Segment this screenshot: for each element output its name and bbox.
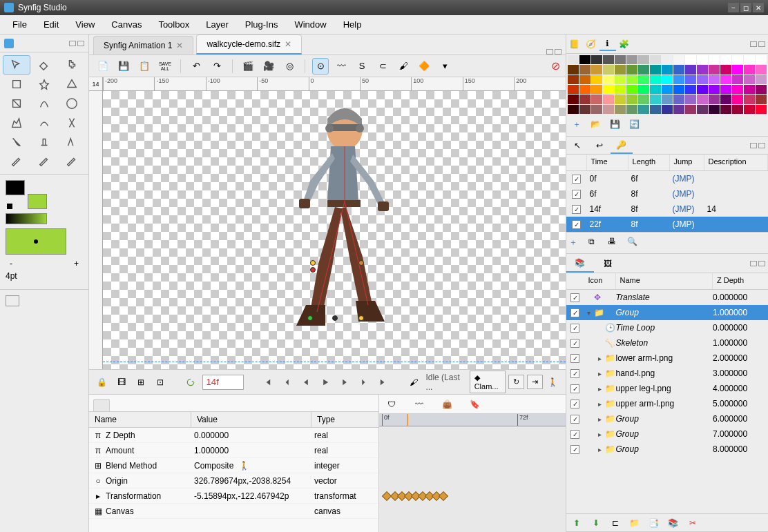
brush-increase[interactable]: + [74, 259, 79, 268]
prev-frame-button[interactable] [298, 374, 314, 391]
canvas-tool-bucket-icon[interactable]: 🖌 [395, 58, 412, 75]
color-swatch[interactable] [638, 65, 649, 74]
gradient-swatch[interactable] [6, 213, 47, 224]
kf-history-tab-icon[interactable]: ↩ [588, 137, 611, 154]
param-row[interactable]: ▦Canvascanvas [89, 504, 378, 519]
tool-lasso-icon[interactable] [3, 132, 30, 152]
tool-circle-icon[interactable] [58, 94, 86, 113]
color-swatch[interactable] [673, 75, 684, 84]
handle-yellow-icon[interactable] [310, 260, 316, 266]
tool-brush-icon[interactable] [3, 152, 30, 171]
color-swatch[interactable] [626, 85, 637, 94]
handle-green-icon[interactable] [307, 315, 313, 321]
color-swatch[interactable] [709, 75, 720, 84]
layer-row[interactable]: ▾📁Group1.000000 [566, 305, 768, 320]
seek-start-button[interactable] [260, 374, 275, 391]
tool-polygon-icon[interactable] [58, 75, 86, 94]
color-swatch[interactable] [650, 75, 661, 84]
color-swatch[interactable] [638, 105, 649, 114]
canvas-tool-normal-icon[interactable]: ⊙ [312, 58, 329, 75]
color-swatch[interactable] [591, 105, 602, 114]
keyframe-checkbox[interactable] [572, 220, 581, 229]
color-swatch[interactable] [615, 55, 626, 64]
color-swatch[interactable] [591, 75, 602, 84]
color-swatch[interactable] [603, 75, 614, 84]
tl-bag-icon[interactable]: 👜 [440, 397, 454, 411]
tl-curve-icon[interactable]: 〰 [412, 397, 426, 411]
menu-help[interactable]: Help [336, 17, 369, 32]
color-swatch[interactable] [744, 55, 755, 64]
color-swatch[interactable] [591, 95, 602, 104]
param-row[interactable]: ▸Transformation-5.15894px,-122.467942ptr… [89, 489, 378, 504]
color-swatch[interactable] [568, 85, 579, 94]
color-swatch[interactable] [650, 85, 661, 94]
color-swatch[interactable] [568, 75, 579, 84]
color-swatch[interactable] [697, 55, 708, 64]
color-swatch[interactable] [673, 95, 684, 104]
canvas-tool-render-icon[interactable]: 🎬 [240, 58, 256, 75]
keyframe-checkbox[interactable] [572, 175, 581, 184]
color-swatch[interactable] [615, 85, 626, 94]
color-swatch[interactable] [756, 95, 767, 104]
color-swatch[interactable] [673, 105, 684, 114]
menu-view[interactable]: View [68, 17, 102, 32]
color-swatch[interactable] [650, 105, 661, 114]
layer-visibility-checkbox[interactable] [570, 430, 579, 439]
tl-shield-icon[interactable]: 🛡 [385, 397, 399, 411]
color-swatch[interactable] [709, 105, 720, 114]
tool-options-tab[interactable] [6, 295, 19, 306]
color-swatch[interactable] [568, 105, 579, 114]
handle-orange-icon[interactable] [358, 260, 364, 266]
canvas-tool-bline-icon[interactable]: ⊂ [374, 58, 391, 75]
keyframe-checkbox[interactable] [572, 205, 581, 214]
color-swatch[interactable] [579, 95, 591, 104]
color-swatch[interactable] [579, 105, 591, 114]
tool-region-icon[interactable] [3, 113, 30, 132]
menu-plug-ins[interactable]: Plug-Ins [238, 17, 285, 32]
color-swatch[interactable] [744, 65, 755, 74]
bounds-toggle[interactable]: ⇥ [527, 375, 543, 389]
menu-edit[interactable]: Edit [37, 17, 66, 32]
keyframe-checkbox[interactable] [572, 190, 581, 199]
color-swatch[interactable] [697, 95, 708, 104]
color-swatch[interactable] [709, 85, 720, 94]
maximize-button[interactable]: ◻ [740, 3, 751, 12]
menu-window[interactable]: Window [287, 17, 333, 32]
layer-row[interactable]: 🦴Skeleton1.000000 [566, 335, 768, 351]
color-swatch[interactable] [662, 65, 673, 74]
color-swatch[interactable] [603, 55, 614, 64]
layer-new-folder-icon[interactable]: 📁 [628, 517, 641, 529]
fill-preview[interactable] [6, 228, 66, 255]
layer-row[interactable]: ✥Translate0.000000 [566, 290, 768, 305]
brush-icon[interactable]: 🖌 [407, 374, 422, 391]
color-swatch[interactable] [697, 75, 708, 84]
color-swatch[interactable] [650, 95, 661, 104]
color-swatch[interactable] [673, 85, 684, 94]
layer-visibility-checkbox[interactable] [570, 354, 579, 363]
kf-key-tab-icon[interactable]: 🔑 [611, 137, 633, 154]
tool-fill-rect-icon[interactable] [3, 94, 30, 113]
color-swatch[interactable] [720, 95, 731, 104]
params-tab[interactable] [93, 399, 110, 411]
kf-dup-icon[interactable]: ⧉ [588, 237, 601, 249]
canvas-tool-save-as-icon[interactable]: 📋 [136, 58, 153, 75]
next-keyframe-button[interactable] [356, 374, 372, 391]
tool-scale-icon[interactable] [58, 55, 86, 75]
layer-row[interactable]: ▸📁Group6.000000 [566, 411, 768, 426]
color-swatch[interactable] [685, 95, 696, 104]
color-swatch[interactable] [626, 75, 637, 84]
tool-star-icon[interactable] [30, 75, 58, 94]
color-swatch[interactable] [744, 95, 755, 104]
layer-row[interactable]: 🕒Time Loop0.000000 [566, 320, 768, 335]
brush-decrease[interactable]: - [10, 259, 12, 268]
color-swatch[interactable] [579, 55, 591, 64]
color-swatch[interactable] [591, 85, 602, 94]
layer-visibility-checkbox[interactable] [570, 308, 579, 317]
color-swatch[interactable] [744, 85, 755, 94]
animate-mode-icon[interactable]: 🚶 [546, 374, 559, 391]
palette-tab-icon[interactable]: 📒 [566, 37, 583, 51]
color-swatch[interactable] [626, 105, 637, 114]
layer-group-icon[interactable]: 📚 [667, 517, 680, 529]
layer-visibility-checkbox[interactable] [570, 415, 579, 424]
canvas-tool-redo-icon[interactable]: ↷ [209, 58, 225, 75]
